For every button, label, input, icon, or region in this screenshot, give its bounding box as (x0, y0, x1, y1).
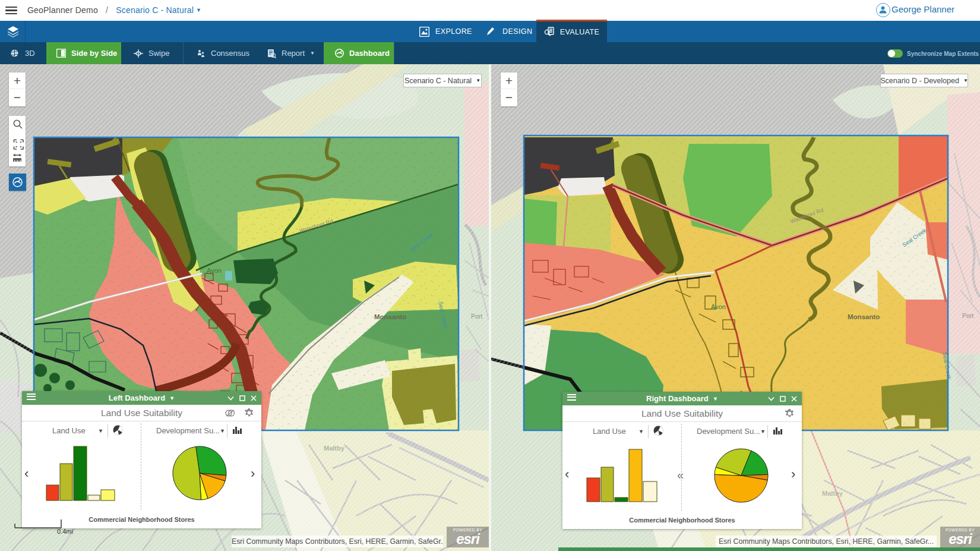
svg-text:Port: Port (962, 312, 973, 319)
svg-text:Port: Port (471, 313, 482, 320)
svg-text:Monsanto: Monsanto (374, 313, 406, 320)
svg-text:Maltby: Maltby (324, 445, 345, 452)
svg-text:Monsanto: Monsanto (848, 313, 880, 320)
svg-text:0.4mi: 0.4mi (57, 528, 73, 535)
svg-text:Avon: Avon (207, 267, 222, 274)
svg-text:Avon: Avon (711, 303, 726, 310)
svg-text:Maltby: Maltby (822, 490, 843, 497)
